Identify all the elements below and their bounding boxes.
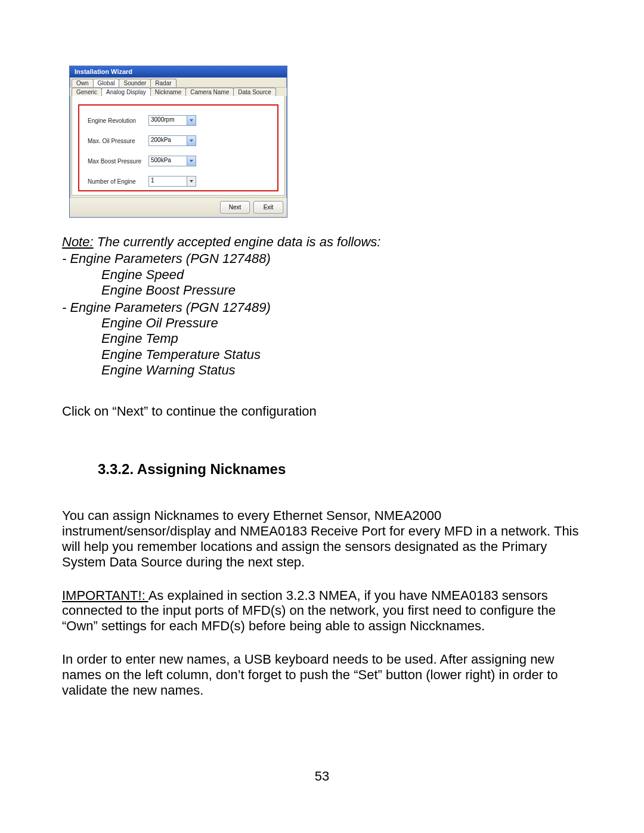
combo-value: 200kPa (149, 136, 187, 145)
next-button[interactable]: Next (220, 201, 250, 213)
chevron-down-icon[interactable] (187, 156, 196, 166)
wizard-sub-tabs: Generic Analog Display Nickname Camera N… (70, 87, 287, 96)
tab-sounder[interactable]: Sounder (119, 79, 151, 87)
row-engine-revolution: Engine Revolution 3000rpm (88, 115, 271, 126)
click-next-instruction: Click on “Next” to continue the configur… (62, 404, 582, 419)
important-label: IMPORTANT!: (62, 588, 148, 603)
wizard-footer: Next Exit (70, 197, 287, 217)
label-max-oil-pressure: Max. Oil Pressure (88, 138, 148, 144)
combo-value: 3000rpm (149, 116, 187, 125)
combo-value: 500kPa (149, 156, 187, 166)
note-pgn2-item: Engine Temperature Status (62, 347, 582, 363)
label-engine-revolution: Engine Revolution (88, 117, 148, 124)
paragraph-3: In order to enter new names, a USB keybo… (62, 652, 582, 698)
highlight-box: Engine Revolution 3000rpm Max. Oil Press… (78, 104, 278, 191)
note-pgn2-item: Engine Oil Pressure (62, 315, 582, 331)
note-pgn2-item: Engine Warning Status (62, 363, 582, 378)
wizard-titlebar: Installation Wizard (70, 66, 287, 78)
tab-global[interactable]: Global (93, 79, 120, 87)
subtab-nickname[interactable]: Nickname (150, 88, 186, 96)
subtab-camera-name[interactable]: Camera Name (185, 88, 234, 96)
subtab-generic[interactable]: Generic (72, 88, 102, 96)
label-number-of-engine: Number of Engine (88, 178, 148, 185)
combo-value: 1 (149, 176, 187, 186)
note-pgn1-item: Engine Boost Pressure (62, 283, 582, 298)
exit-button[interactable]: Exit (253, 201, 283, 213)
document-body: Note: The currently accepted engine data… (62, 234, 582, 698)
row-number-of-engine: Number of Engine 1 (88, 176, 271, 187)
subtab-analog-display[interactable]: Analog Display (101, 88, 151, 96)
chevron-down-icon[interactable] (187, 136, 196, 145)
subtab-data-source[interactable]: Data Source (233, 88, 276, 96)
note-label: Note: (62, 234, 94, 249)
section-heading: 3.3.2. Assigning Nicknames (98, 461, 582, 478)
chevron-down-icon[interactable] (187, 116, 196, 125)
paragraph-2: IMPORTANT!: As explained in section 3.2.… (62, 588, 582, 634)
combo-max-boost-pressure[interactable]: 500kPa (148, 156, 196, 166)
label-max-boost-pressure: Max Boost Pressure (88, 158, 148, 165)
note-lead: The currently accepted engine data is as… (94, 234, 381, 249)
paragraph-1: You can assign Nicknames to every Ethern… (62, 508, 582, 570)
combo-engine-revolution[interactable]: 3000rpm (148, 115, 196, 126)
row-max-oil-pressure: Max. Oil Pressure 200kPa (88, 135, 271, 146)
note-pgn1: - Engine Parameters (PGN 127488) (62, 251, 582, 267)
note-pgn1-item: Engine Speed (62, 267, 582, 283)
combo-number-of-engine[interactable]: 1 (148, 176, 196, 187)
tab-radar[interactable]: Radar (150, 79, 176, 87)
combo-max-oil-pressure[interactable]: 200kPa (148, 135, 196, 146)
row-max-boost-pressure: Max Boost Pressure 500kPa (88, 156, 271, 166)
note-pgn2: - Engine Parameters (PGN 127489) (62, 300, 582, 315)
wizard-top-tabs: Own Global Sounder Radar (70, 78, 287, 87)
installation-wizard-window: Installation Wizard Own Global Sounder R… (69, 66, 287, 218)
note-pgn2-item: Engine Temp (62, 331, 582, 346)
tab-own[interactable]: Own (72, 79, 94, 87)
wizard-body: Engine Revolution 3000rpm Max. Oil Press… (72, 96, 285, 196)
chevron-down-icon[interactable] (187, 176, 196, 186)
page-number: 53 (0, 769, 644, 784)
